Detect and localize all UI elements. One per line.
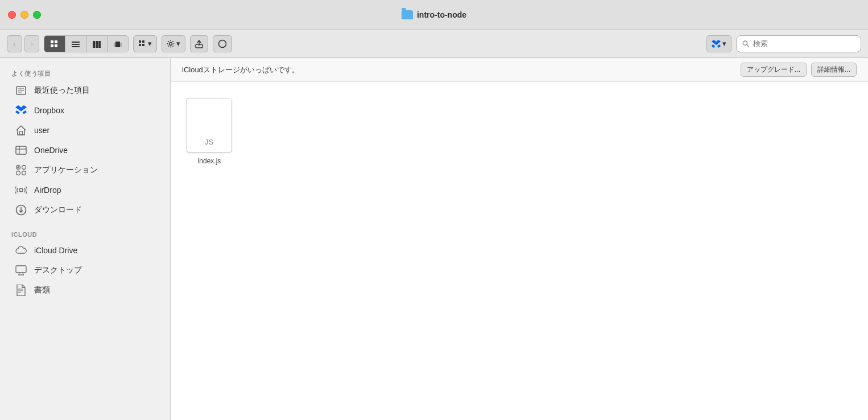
- sidebar-item-desktop[interactable]: デスクトップ: [3, 261, 167, 280]
- download-icon: [15, 204, 27, 216]
- sidebar-item-documents[interactable]: 書類: [3, 281, 167, 300]
- icon-view-icon: [50, 40, 59, 49]
- arrange-icon: [138, 40, 146, 48]
- svg-rect-7: [93, 41, 95, 48]
- icon-coverflow-view: [113, 40, 122, 49]
- svg-rect-5: [72, 44, 80, 45]
- sidebar-item-user[interactable]: user: [3, 121, 167, 140]
- share-icon: [195, 39, 203, 48]
- traffic-lights: [8, 11, 41, 19]
- svg-point-20: [167, 43, 168, 44]
- upgrade-button[interactable]: アップグレード...: [741, 63, 807, 77]
- documents-icon: [15, 284, 27, 297]
- apps-icon: [15, 164, 27, 176]
- dropbox-button[interactable]: ▾: [706, 35, 731, 52]
- close-button[interactable]: [8, 11, 16, 19]
- view-icon-button[interactable]: [44, 36, 65, 52]
- arrange-button[interactable]: ▾: [133, 35, 157, 52]
- tag-icon: [218, 39, 227, 48]
- svg-point-50: [22, 166, 26, 170]
- icloud-drive-icon: [15, 244, 27, 257]
- sidebar-item-airdrop[interactable]: AirDrop: [3, 180, 167, 200]
- file-grid: JS index.js: [171, 82, 868, 420]
- back-button[interactable]: ‹: [7, 35, 22, 52]
- action-button[interactable]: ▾: [162, 35, 185, 52]
- svg-point-28: [219, 40, 226, 47]
- minimize-button[interactable]: [20, 11, 28, 19]
- svg-rect-4: [72, 42, 80, 43]
- svg-rect-11: [114, 43, 115, 47]
- svg-point-18: [170, 40, 171, 41]
- view-buttons: [44, 35, 129, 52]
- svg-rect-14: [142, 40, 144, 43]
- sidebar-label-icloud-drive: iCloud Drive: [34, 246, 77, 255]
- file-area: iCloudストレージがいっぱいです。 アップグレード... 詳細情報... J…: [171, 58, 868, 420]
- svg-marker-33: [717, 44, 721, 48]
- sidebar-item-recents[interactable]: 最近使った項目: [3, 81, 167, 100]
- sidebar-item-icloud-drive[interactable]: iCloud Drive: [3, 241, 167, 260]
- view-list-button[interactable]: [65, 36, 86, 52]
- favorites-section-label: よく使う項目: [0, 65, 170, 80]
- sidebar: よく使う項目 最近使った項目: [0, 58, 171, 420]
- search-input[interactable]: [753, 39, 855, 48]
- action-group: ▾: [162, 35, 185, 52]
- onedrive-icon: [15, 144, 27, 157]
- title-bar: intro-to-node: [0, 0, 868, 30]
- sidebar-item-onedrive[interactable]: OneDrive: [3, 141, 167, 160]
- arrange-chevron: ▾: [148, 39, 152, 48]
- file-icon-js: JS: [187, 98, 232, 153]
- svg-point-55: [19, 188, 23, 192]
- search-box[interactable]: [736, 35, 861, 52]
- svg-rect-10: [115, 42, 120, 47]
- details-button[interactable]: 詳細情報...: [811, 63, 857, 77]
- sidebar-label-desktop: デスクトップ: [34, 265, 82, 275]
- maximize-button[interactable]: [33, 11, 41, 19]
- dropbox-icon: [15, 104, 27, 117]
- desktop-icon: [15, 264, 27, 277]
- forward-button[interactable]: ›: [24, 35, 40, 52]
- search-icon: [742, 40, 750, 48]
- svg-rect-2: [51, 44, 53, 47]
- svg-rect-6: [72, 46, 80, 47]
- view-column-button[interactable]: [86, 36, 108, 52]
- svg-rect-12: [120, 43, 122, 47]
- recents-icon: [15, 84, 27, 97]
- gear-icon: [167, 40, 175, 48]
- share-button[interactable]: [190, 35, 208, 52]
- svg-rect-45: [20, 131, 23, 135]
- nav-buttons: ‹ ›: [7, 35, 39, 52]
- svg-marker-43: [15, 110, 20, 114]
- svg-point-22: [168, 41, 169, 42]
- file-type-label: JS: [205, 138, 214, 146]
- file-item-indexjs[interactable]: JS index.js: [182, 93, 237, 170]
- svg-point-19: [170, 46, 171, 47]
- sidebar-label-recents: 最近使った項目: [34, 85, 90, 96]
- dropbox-chevron: ▾: [722, 39, 726, 48]
- icon-column-view: [92, 40, 101, 49]
- sidebar-item-downloads[interactable]: ダウンロード: [3, 200, 167, 220]
- svg-marker-32: [712, 44, 715, 48]
- title-text: intro-to-node: [417, 10, 466, 19]
- toolbar: ‹ ›: [0, 30, 868, 58]
- svg-rect-46: [16, 146, 26, 154]
- main-content: よく使う項目 最近使った項目: [0, 58, 868, 420]
- svg-point-52: [22, 171, 26, 175]
- airdrop-icon: [15, 184, 27, 196]
- tag-button[interactable]: [213, 35, 232, 52]
- sidebar-label-documents: 書類: [34, 285, 50, 295]
- folder-icon: [402, 10, 413, 19]
- svg-rect-16: [142, 44, 144, 46]
- sidebar-item-applications[interactable]: アプリケーション: [3, 160, 167, 180]
- arrange-group: ▾: [133, 35, 157, 52]
- file-name-indexjs: index.js: [198, 157, 221, 165]
- icloud-banner: iCloudストレージがいっぱいです。 アップグレード... 詳細情報...: [171, 58, 868, 82]
- sidebar-label-airdrop: AirDrop: [34, 186, 61, 195]
- sidebar-label-onedrive: OneDrive: [34, 146, 68, 155]
- svg-rect-3: [55, 44, 57, 47]
- sidebar-item-dropbox[interactable]: Dropbox: [3, 101, 167, 120]
- svg-point-17: [170, 42, 172, 45]
- svg-rect-15: [139, 44, 141, 46]
- home-icon: [15, 124, 27, 137]
- view-coverflow-button[interactable]: [108, 36, 128, 52]
- svg-rect-0: [51, 40, 53, 43]
